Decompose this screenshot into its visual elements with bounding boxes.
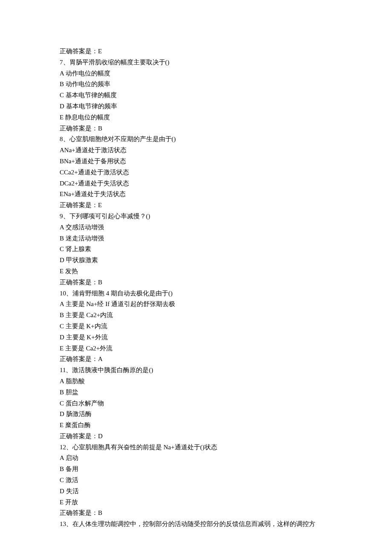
answer-line: 正确答案是：E: [60, 46, 332, 57]
option-line: DCa2+通道处于失活状态: [60, 178, 332, 189]
question-stem: 9、下列哪项可引起心率减慢？(): [60, 211, 332, 222]
answer-line: 正确答案是：B: [60, 508, 332, 519]
option-line: D 失活: [60, 486, 332, 497]
option-line: C 基本电节律的幅度: [60, 90, 332, 101]
question-stem: 7、胃肠平滑肌收缩的幅度主要取决于(): [60, 57, 332, 68]
answer-line: 正确答案是：E: [60, 200, 332, 211]
option-line: B 备用: [60, 464, 332, 475]
option-line: E 主要是 Ca2+外流: [60, 343, 332, 354]
answer-line: 正确答案是：B: [60, 123, 332, 134]
option-line: A 脂肪酸: [60, 376, 332, 387]
option-line: D 甲状腺激素: [60, 255, 332, 266]
option-line: CCa2+通道处于激活状态: [60, 167, 332, 178]
option-line: C 蛋白水解产物: [60, 398, 332, 409]
option-line: E 糜蛋白酶: [60, 420, 332, 431]
option-line: A 主要是 Na+经 If 通道引起的舒张期去极: [60, 299, 332, 310]
option-line: B 主要是 Ca2+内流: [60, 310, 332, 321]
option-line: B 迷走活动增强: [60, 233, 332, 244]
question-stem: 8、心室肌细胞绝对不应期的产生是由于(): [60, 134, 332, 145]
option-line: B 动作电位的频率: [60, 79, 332, 90]
option-line: E 静息电位的幅度: [60, 112, 332, 123]
question-stem: 11、激活胰液中胰蛋白酶原的是(): [60, 365, 332, 376]
option-line: ANa+通道处于激活状态: [60, 145, 332, 156]
option-line: D 基本电节律的频率: [60, 101, 332, 112]
document-page: 正确答案是：E 7、胃肠平滑肌收缩的幅度主要取决于() A 动作电位的幅度 B …: [0, 0, 392, 555]
option-line: D 主要是 K+外流: [60, 332, 332, 343]
option-line: ENa+通道处于失活状态: [60, 189, 332, 200]
question-stem: 12、心室肌细胞具有兴奋性的前提是 Na+通道处于()状态: [60, 442, 332, 453]
option-line: E 发热: [60, 266, 332, 277]
option-line: A 启动: [60, 453, 332, 464]
question-stem: 13、在人体生理功能调控中，控制部分的活动随受控部分的反馈信息而减弱，这样的调控…: [60, 519, 332, 530]
option-line: C 主要是 K+内流: [60, 321, 332, 332]
option-line: A 交感活动增强: [60, 222, 332, 233]
answer-line: 正确答案是：A: [60, 354, 332, 365]
answer-line: 正确答案是：B: [60, 277, 332, 288]
option-line: B 胆盐: [60, 387, 332, 398]
option-line: A 动作电位的幅度: [60, 68, 332, 79]
question-stem: 10、浦肯野细胞 4 期自动去极化是由于(): [60, 288, 332, 299]
option-line: E 开放: [60, 497, 332, 508]
answer-line: 正确答案是：D: [60, 431, 332, 442]
option-line: BNa+通道处于备用状态: [60, 156, 332, 167]
option-line: C 肾上腺素: [60, 244, 332, 255]
option-line: C 激活: [60, 475, 332, 486]
option-line: D 肠激活酶: [60, 409, 332, 420]
